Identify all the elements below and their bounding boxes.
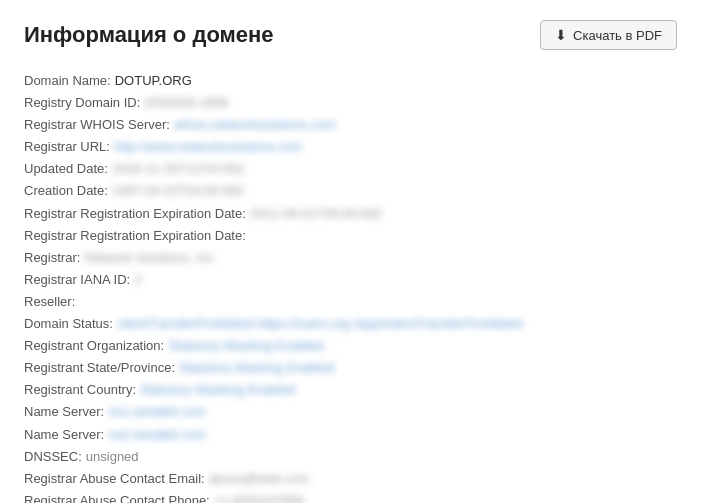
status-label: Domain Status: xyxy=(24,313,113,335)
updated-label: Updated Date: xyxy=(24,158,108,180)
iana-row: Registrar IANA ID: 2 xyxy=(24,269,677,291)
registrar-label: Registrar: xyxy=(24,247,80,269)
expiration1-label: Registrar Registration Expiration Date: xyxy=(24,203,246,225)
reseller-label: Reseller: xyxy=(24,291,75,313)
ns1-row: Name Server: ns1.wiredbit.com xyxy=(24,401,677,423)
ns1-label: Name Server: xyxy=(24,401,104,423)
abuse-phone-label: Registrar Abuse Contact Phone: xyxy=(24,490,210,503)
registrar-url-row: Registrar URL: http://www.networksolutio… xyxy=(24,136,677,158)
registrar-row: Registrar: Network Solutions, Inc xyxy=(24,247,677,269)
abuse-email-row: Registrar Abuse Contact Email: abuse@web… xyxy=(24,468,677,490)
ns1-value: ns1.wiredbit.com xyxy=(108,401,206,423)
abuse-phone-row: Registrar Abuse Contact Phone: +1.800333… xyxy=(24,490,677,503)
org-row: Registrant Organization: Statutory Maski… xyxy=(24,335,677,357)
reseller-row: Reseller: xyxy=(24,291,677,313)
download-btn-label: Скачать в PDF xyxy=(573,28,662,43)
creation-value: 1997-04-22T04:00:002 xyxy=(112,180,244,202)
dnssec-label: DNSSEC: xyxy=(24,446,82,468)
ns2-row: Name Server: ns2.wiredbit.com xyxy=(24,424,677,446)
registry-id-value: 2030506-1808 xyxy=(144,92,228,114)
iana-label: Registrar IANA ID: xyxy=(24,269,130,291)
org-value: Statutory Masking Enabled xyxy=(168,335,323,357)
registrar-url-value: http://www.networksolutions.com xyxy=(114,136,303,158)
registry-id-label: Registry Domain ID: xyxy=(24,92,140,114)
updated-row: Updated Date: 2018-11-20T13:54:002 xyxy=(24,158,677,180)
country-label: Registrant Country: xyxy=(24,379,136,401)
registrar-whois-label: Registrar WHOIS Server: xyxy=(24,114,170,136)
status-value: clientTransferProhibited https://icann.o… xyxy=(117,313,523,335)
expiration2-label: Registrar Registration Expiration Date: xyxy=(24,225,246,247)
domain-name-row: Domain Name: DOTUP.ORG xyxy=(24,70,677,92)
page-header: Информация о домене ⬇ Скачать в PDF xyxy=(24,20,677,50)
state-value: Statutory Masking Enabled xyxy=(179,357,334,379)
download-icon: ⬇ xyxy=(555,27,567,43)
org-label: Registrant Organization: xyxy=(24,335,164,357)
updated-value: 2018-11-20T13:54:002 xyxy=(112,158,244,180)
registrar-whois-row: Registrar WHOIS Server: whois.networksol… xyxy=(24,114,677,136)
domain-name-value: DOTUP.ORG xyxy=(115,70,192,92)
page-title: Информация о домене xyxy=(24,22,274,48)
iana-value: 2 xyxy=(134,269,141,291)
creation-row: Creation Date: 1997-04-22T04:00:002 xyxy=(24,180,677,202)
dnssec-value: unsigned xyxy=(86,446,139,468)
registrar-whois-value: whois.networksolutions.com xyxy=(174,114,336,136)
expiration1-row: Registrar Registration Expiration Date: … xyxy=(24,203,677,225)
expiration2-row: Registrar Registration Expiration Date: xyxy=(24,225,677,247)
download-pdf-button[interactable]: ⬇ Скачать в PDF xyxy=(540,20,677,50)
abuse-phone-value: +1.8003337680 xyxy=(214,490,305,503)
abuse-email-label: Registrar Abuse Contact Email: xyxy=(24,468,205,490)
domain-name-label: Domain Name: xyxy=(24,70,111,92)
state-label: Registrant State/Province: xyxy=(24,357,175,379)
country-row: Registrant Country: Statutory Masking En… xyxy=(24,379,677,401)
country-value: Statutory Masking Enabled xyxy=(140,379,295,401)
state-row: Registrant State/Province: Statutory Mas… xyxy=(24,357,677,379)
ns2-label: Name Server: xyxy=(24,424,104,446)
registrar-url-label: Registrar URL: xyxy=(24,136,110,158)
registrar-value: Network Solutions, Inc xyxy=(84,247,213,269)
dnssec-row: DNSSEC: unsigned xyxy=(24,446,677,468)
whois-data: Domain Name: DOTUP.ORG Registry Domain I… xyxy=(24,70,677,503)
expiration1-value: 2021-09-01T05:00:002 xyxy=(250,203,382,225)
creation-label: Creation Date: xyxy=(24,180,108,202)
ns2-value: ns2.wiredbit.com xyxy=(108,424,206,446)
abuse-email-value: abuse@web.com xyxy=(209,468,310,490)
status-row: Domain Status: clientTransferProhibited … xyxy=(24,313,677,335)
registry-id-row: Registry Domain ID: 2030506-1808 xyxy=(24,92,677,114)
